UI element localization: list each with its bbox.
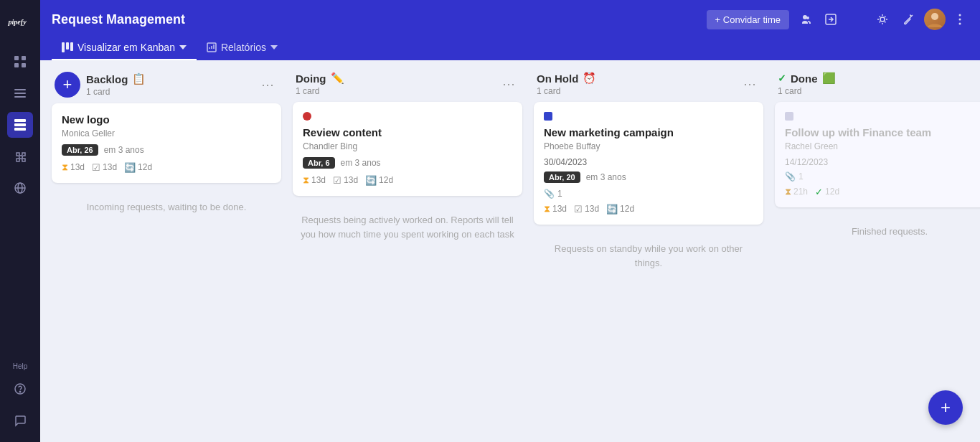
- card-new-logo-date-label: em 3 anos: [104, 145, 144, 155]
- svg-point-20: [959, 19, 961, 21]
- main-content: Request Management + Convidar time: [40, 0, 980, 442]
- card-marketing-assignee: Phoebe Buffay: [544, 141, 753, 151]
- tools-icon-button[interactable]: [898, 9, 918, 29]
- members-icon-button[interactable]: [795, 9, 815, 29]
- meta-checklist-review: ☑ 13d: [333, 175, 358, 186]
- filter-icon-button[interactable]: [847, 9, 867, 29]
- meta-refresh-review: 🔄 12d: [365, 175, 393, 186]
- column-doing-header: Doing ✏️ 1 card ⋯: [293, 72, 522, 96]
- card-review-date-badge: Abr, 6: [303, 157, 335, 169]
- more-options-button[interactable]: [951, 11, 969, 28]
- follow-up-label-dot: [785, 112, 793, 121]
- svg-rect-6: [14, 93, 26, 94]
- backlog-hint: Incoming requests, waiting to be done.: [52, 189, 281, 226]
- column-done: ✓ Done 🟩 1 card ⋯ Follow up with Finance…: [775, 72, 980, 431]
- sidebar-bottom: Help: [7, 362, 33, 433]
- backlog-count: 1 card: [86, 87, 146, 97]
- card-follow-up-assignee: Rachel Green: [785, 141, 980, 151]
- card-new-logo-assignee: Monica Geller: [62, 128, 271, 138]
- header: Request Management + Convidar time: [40, 0, 980, 60]
- svg-point-21: [959, 23, 961, 25]
- nav-reports-button[interactable]: Relatórios: [197, 36, 288, 60]
- backlog-add-button[interactable]: +: [55, 72, 80, 98]
- svg-rect-22: [62, 42, 65, 52]
- doing-title: Doing ✏️: [296, 72, 344, 85]
- nav-reports-label: Relatórios: [221, 42, 266, 53]
- sidebar-item-chat[interactable]: [7, 408, 33, 433]
- card-marketing-attach: 📎 1: [544, 189, 753, 199]
- svg-rect-5: [14, 89, 26, 90]
- on-hold-title: On Hold ⏰: [537, 72, 596, 85]
- done-hint: Finished requests.: [775, 213, 980, 250]
- card-new-logo[interactable]: New logo Monica Geller Abr, 26 em 3 anos…: [52, 103, 281, 183]
- card-follow-up-attach: 📎 1: [785, 171, 980, 182]
- card-marketing-date-row: Abr, 20 em 3 anos: [544, 171, 753, 183]
- page-title: Request Management: [52, 12, 185, 27]
- on-hold-count: 1 card: [537, 86, 596, 96]
- svg-rect-1: [14, 56, 19, 60]
- meta-time-review: ⧗ 13d: [303, 174, 326, 186]
- logo[interactable]: pipefy: [7, 9, 33, 37]
- settings-icon-button[interactable]: [872, 9, 892, 29]
- meta-checklist: ☑ 13d: [92, 162, 117, 173]
- sidebar-item-inbox[interactable]: [7, 80, 33, 106]
- done-count: 1 card: [778, 86, 836, 96]
- sidebar-item-help[interactable]: [7, 376, 33, 402]
- card-new-logo-date-badge: Abr, 26: [62, 144, 98, 156]
- backlog-menu-button[interactable]: ⋯: [257, 75, 278, 94]
- svg-text:pipefy: pipefy: [7, 18, 27, 26]
- svg-rect-8: [14, 119, 26, 122]
- svg-rect-2: [22, 56, 26, 60]
- svg-point-15: [19, 391, 20, 392]
- backlog-title: Backlog 📋: [86, 72, 146, 85]
- column-on-hold-header: On Hold ⏰ 1 card ⋯: [534, 72, 763, 96]
- svg-rect-23: [66, 42, 69, 50]
- svg-rect-9: [14, 123, 26, 126]
- column-backlog: + Backlog 📋 1 card ⋯ New logo Monica Gel…: [52, 72, 281, 431]
- doing-menu-button[interactable]: ⋯: [498, 75, 519, 93]
- on-hold-hint: Requests on standby while you work on ot…: [534, 230, 763, 281]
- column-doing: Doing ✏️ 1 card ⋯ Review content Chandle…: [293, 72, 522, 431]
- sidebar-item-grid[interactable]: [7, 49, 33, 75]
- marketing-label-dot: [544, 112, 552, 121]
- import-icon-button[interactable]: [821, 9, 841, 29]
- user-avatar[interactable]: [924, 9, 946, 30]
- card-new-marketing[interactable]: New marketing campaign Phoebe Buffay 30/…: [534, 102, 763, 225]
- card-follow-up-date: 14/12/2023: [785, 157, 980, 167]
- column-done-header: ✓ Done 🟩 1 card ⋯: [775, 72, 980, 96]
- doing-hint: Requests being actively worked on. Repor…: [293, 202, 522, 253]
- card-follow-up[interactable]: Follow up with Finance team Rachel Green…: [775, 102, 980, 207]
- nav-kanban-button[interactable]: Visualizar em Kanban: [52, 36, 197, 60]
- card-review-meta: ⧗ 13d ☑ 13d 🔄 12d: [303, 174, 512, 186]
- svg-rect-7: [14, 96, 26, 98]
- sidebar-item-globe[interactable]: [7, 175, 33, 201]
- doing-count: 1 card: [296, 86, 344, 96]
- card-follow-up-title: Follow up with Finance team: [785, 126, 980, 138]
- invite-button[interactable]: + Convidar time: [707, 10, 789, 29]
- card-review-date-row: Abr, 6 em 3 anos: [303, 157, 512, 169]
- card-marketing-date-badge: Abr, 20: [544, 171, 580, 183]
- card-marketing-title: New marketing campaign: [544, 126, 753, 138]
- sidebar-item-puzzle[interactable]: [7, 144, 33, 169]
- kanban-board: + Backlog 📋 1 card ⋯ New logo Monica Gel…: [40, 60, 980, 442]
- svg-rect-10: [14, 128, 26, 131]
- done-title: ✓ Done 🟩: [778, 72, 836, 85]
- card-review-title: Review content: [303, 126, 512, 138]
- on-hold-menu-button[interactable]: ⋯: [739, 75, 760, 93]
- card-review-content[interactable]: Review content Chandler Bing Abr, 6 em 3…: [293, 102, 522, 196]
- card-marketing-date: 30/04/2023: [544, 157, 753, 167]
- review-label-dot: [303, 112, 311, 121]
- sidebar-item-table[interactable]: [7, 112, 33, 138]
- header-top: Request Management + Convidar time: [52, 0, 969, 36]
- card-new-logo-title: New logo: [62, 113, 271, 126]
- svg-point-17: [880, 17, 885, 22]
- card-review-assignee: Chandler Bing: [303, 141, 512, 151]
- card-marketing-date-label: em 3 anos: [586, 172, 626, 182]
- fab-button[interactable]: +: [928, 390, 963, 425]
- svg-point-18: [931, 13, 938, 20]
- meta-time: ⧗ 13d: [62, 161, 85, 173]
- meta-refresh: 🔄 12d: [124, 162, 152, 173]
- column-on-hold: On Hold ⏰ 1 card ⋯ New marketing campaig…: [534, 72, 763, 431]
- svg-rect-24: [70, 42, 73, 51]
- sidebar: pipefy Help: [0, 0, 40, 442]
